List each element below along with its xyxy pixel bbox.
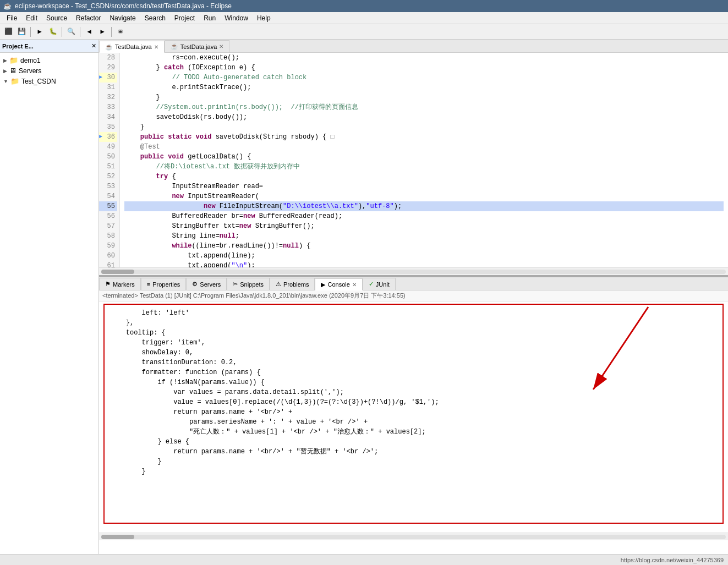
code-line-60: txt.append(line); (124, 251, 724, 261)
tree-icon-servers: 🖥 (9, 67, 17, 75)
tab-testdata-active[interactable]: ☕ TestData.java ✕ (99, 41, 165, 53)
tree-arrow-demo1: ▶ (3, 58, 7, 63)
tree-arrow-testcsdn: ▼ (3, 79, 8, 84)
menu-help[interactable]: Help (253, 13, 275, 23)
toolbar-debug[interactable]: 🐛 (47, 26, 59, 38)
console-line-2: }, (110, 318, 717, 328)
tab-icon-active: ☕ (105, 43, 113, 51)
line-num-50: 50 (99, 152, 117, 162)
toolbar-persp[interactable]: ⊞ (114, 26, 127, 38)
editor-hscroll[interactable] (99, 267, 728, 275)
console-line-3: tooltip: { (110, 328, 717, 338)
console-line-17: } (110, 467, 717, 476)
menu-window[interactable]: Window (220, 13, 253, 23)
sidebar: Project E... ✕ ▶ 📁 demo1 ▶ 🖥 Servers ▼ 📁… (0, 40, 99, 565)
code-line-32: } (124, 92, 724, 102)
console-line-15: return params.name + '<br/>' + "暂无数据" + … (110, 447, 717, 457)
toolbar-sep2 (62, 27, 62, 37)
tab-console[interactable]: ▶ Console ✕ (315, 278, 362, 290)
status-text: https://blog.csdn.net/weixin_44275369 (621, 557, 724, 563)
bottom-hscroll-track (101, 535, 726, 539)
code-line-56: BufferedReader br=new BufferedReader(rea… (124, 211, 724, 221)
code-line-51: //将D:\iotest\a.txt 数据获得并放到内存中 (124, 162, 724, 172)
line-num-61: 61 (99, 261, 117, 267)
tab-junit[interactable]: ✓ JUnit (363, 278, 396, 290)
sidebar-close-icon[interactable]: ✕ (91, 42, 96, 50)
console-line-13: "死亡人数：" + values[1] + '<br />' + "治愈人数："… (110, 427, 717, 437)
editor-hscroll-thumb[interactable] (101, 270, 134, 274)
menu-project[interactable]: Project (170, 13, 199, 23)
console-body[interactable]: left: 'left' }, tooltip: { trigger: 'ite… (99, 301, 728, 533)
tab-servers[interactable]: ⚙ Servers (186, 278, 227, 290)
code-line-54: new InputStreamReader( (124, 191, 724, 201)
line-num-49: 49 (99, 142, 117, 152)
console-tab-close[interactable]: ✕ (352, 282, 357, 288)
toolbar-run[interactable]: ▶ (34, 26, 46, 38)
status-bar: https://blog.csdn.net/weixin_44275369 (0, 554, 728, 565)
menu-source[interactable]: Source (42, 13, 72, 23)
tab-markers[interactable]: ⚑ Markers (99, 278, 141, 290)
code-line-58: String line=null; (124, 231, 724, 241)
tab-problems[interactable]: ⚠ Problems (270, 278, 315, 290)
code-line-36: public static void savetoDdisk(String rs… (124, 132, 724, 142)
code-lines[interactable]: rs=con.execute(); } catch (IOException e… (120, 53, 728, 267)
junit-icon: ✓ (369, 281, 374, 288)
line-num-31: 31 (99, 83, 117, 92)
bottom-hscroll[interactable] (99, 533, 728, 540)
menu-file[interactable]: File (2, 13, 21, 23)
code-editor[interactable]: 28 29 30 31 32 33 34 35 36 49 50 51 52 5… (99, 53, 728, 275)
tab-label-problems: Problems (283, 281, 309, 288)
code-line-57: StringBuffer txt=new StringBuffer(); (124, 221, 724, 231)
editor-hscroll-track (101, 270, 726, 274)
line-numbers: 28 29 30 31 32 33 34 35 36 49 50 51 52 5… (99, 53, 120, 267)
servers-icon: ⚙ (192, 281, 198, 288)
toolbar-sep1 (30, 27, 31, 37)
line-num-28: 28 (99, 53, 117, 63)
tab-close-active[interactable]: ✕ (154, 44, 158, 50)
menu-edit[interactable]: Edit (21, 13, 42, 23)
bottom-tabs: ⚑ Markers ≡ Properties ⚙ Servers ✂ Snipp… (99, 277, 728, 290)
line-num-53: 53 (99, 182, 117, 191)
console-line-6: transitionDuration: 0.2, (110, 358, 717, 367)
menu-navigate[interactable]: Navigate (105, 13, 140, 23)
code-line-52: try { (124, 172, 724, 182)
tree-icon-demo1: 📁 (9, 56, 18, 64)
menu-run[interactable]: Run (199, 13, 220, 23)
menu-bar: File Edit Source Refactor Navigate Searc… (0, 12, 728, 24)
tab-close-inactive[interactable]: ✕ (219, 43, 223, 50)
menu-search[interactable]: Search (140, 13, 170, 23)
tab-properties[interactable]: ≡ Properties (141, 278, 187, 290)
menu-refactor[interactable]: Refactor (72, 13, 105, 23)
console-line-1: left: 'left' (110, 308, 717, 318)
line-num-33: 33 (99, 102, 117, 112)
toolbar-sep4 (111, 27, 112, 37)
sidebar-item-servers[interactable]: ▶ 🖥 Servers (1, 65, 97, 76)
toolbar-search[interactable]: 🔍 (65, 26, 77, 38)
tab-label-snippets: Snippets (240, 281, 264, 288)
tree-icon-testcsdn: 📁 (10, 77, 19, 85)
editor-section: ☕ TestData.java ✕ ☕ TestData.java ✕ 28 2… (99, 40, 728, 276)
sidebar-item-demo1[interactable]: ▶ 📁 demo1 (1, 55, 97, 65)
tree-label-servers: Servers (19, 67, 41, 75)
tab-testdata-inactive[interactable]: ☕ TestData.java ✕ (165, 40, 230, 52)
toolbar-save[interactable]: 💾 (15, 26, 28, 38)
window-title: eclipse-workspace - Test_CSDN/src/com/cs… (15, 2, 232, 10)
code-line-53: InputStreamReader read= (124, 182, 724, 191)
tab-snippets[interactable]: ✂ Snippets (227, 278, 270, 290)
sidebar-item-testcsdn[interactable]: ▼ 📁 Test_CSDN (1, 76, 97, 86)
toolbar-new[interactable]: ⬛ (2, 26, 14, 38)
code-line-49: @Test (124, 142, 724, 152)
bottom-hscroll-thumb[interactable] (101, 535, 134, 539)
line-num-59: 59 (99, 241, 117, 251)
tree-label-demo1: demo1 (20, 57, 41, 64)
line-num-54: 54 (99, 191, 117, 201)
console-line-7: formatter: function (params) { (110, 367, 717, 377)
code-content: 28 29 30 31 32 33 34 35 36 49 50 51 52 5… (99, 53, 728, 267)
toolbar-back[interactable]: ◀ (83, 26, 95, 38)
tree-label-testcsdn: Test_CSDN (21, 78, 56, 85)
tab-label-servers: Servers (200, 281, 221, 288)
markers-icon: ⚑ (105, 281, 111, 288)
console-line-16: } (110, 457, 717, 467)
line-num-36: 36 (99, 132, 117, 142)
toolbar-fwd[interactable]: ▶ (96, 26, 108, 38)
